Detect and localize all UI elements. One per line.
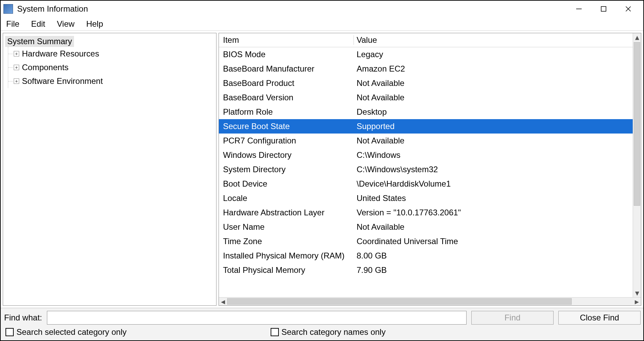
- cell-item: BaseBoard Product: [219, 78, 354, 88]
- list-row[interactable]: System DirectoryC:\Windows\system32: [219, 162, 633, 177]
- tree-item-label: Hardware Resources: [22, 49, 99, 59]
- scroll-left-icon[interactable]: ◂: [219, 298, 227, 305]
- list-area: Item Value BIOS ModeLegacyBaseBoard Manu…: [219, 33, 641, 297]
- list-rows: BIOS ModeLegacyBaseBoard ManufacturerAma…: [219, 47, 633, 277]
- menu-view[interactable]: View: [54, 18, 77, 30]
- tree-item-label: Software Environment: [22, 76, 103, 86]
- cell-value: C:\Windows\system32: [354, 165, 633, 174]
- cell-item: Platform Role: [219, 107, 354, 117]
- app-window: System Information File Edit View Help S…: [0, 0, 644, 341]
- cell-value: Legacy: [354, 50, 633, 59]
- tree-item-software-environment[interactable]: + Software Environment: [8, 74, 214, 88]
- find-label: Find what:: [3, 313, 42, 323]
- cell-item: Hardware Abstraction Layer: [219, 208, 354, 217]
- list-row[interactable]: PCR7 ConfigurationNot Available: [219, 134, 633, 148]
- tree: System Summary + Hardware Resources + Co…: [3, 33, 216, 91]
- maximize-button[interactable]: [591, 1, 616, 17]
- titlebar: System Information: [1, 1, 643, 17]
- tree-item-components[interactable]: + Components: [8, 61, 214, 74]
- list-row[interactable]: BaseBoard ManufacturerAmazon EC2: [219, 62, 633, 76]
- horizontal-scrollbar[interactable]: ◂ ▸: [219, 297, 641, 305]
- cell-value: Not Available: [354, 93, 633, 102]
- cell-value: C:\Windows: [354, 150, 633, 160]
- cell-value: Version = "10.0.17763.2061": [354, 208, 633, 217]
- list-row[interactable]: LocaleUnited States: [219, 191, 633, 205]
- cell-value: Coordinated Universal Time: [354, 237, 633, 246]
- cell-item: Total Physical Memory: [219, 265, 354, 275]
- cell-item: System Directory: [219, 165, 354, 174]
- cell-item: User Name: [219, 222, 354, 232]
- menu-edit[interactable]: Edit: [28, 18, 48, 30]
- list-row[interactable]: Platform RoleDesktop: [219, 105, 633, 119]
- list-header: Item Value: [219, 33, 633, 47]
- list-row[interactable]: Secure Boot StateSupported: [219, 119, 633, 134]
- tree-pane: System Summary + Hardware Resources + Co…: [3, 33, 216, 306]
- cell-item: PCR7 Configuration: [219, 136, 354, 146]
- cell-value: United States: [354, 193, 633, 203]
- scroll-up-icon[interactable]: ▴: [633, 33, 641, 41]
- tree-root-system-summary[interactable]: System Summary: [5, 36, 74, 47]
- tree-children: + Hardware Resources + Components + Soft…: [8, 47, 214, 88]
- cell-value: Not Available: [354, 222, 633, 232]
- vertical-scroll-thumb[interactable]: [634, 42, 640, 206]
- content-area: System Summary + Hardware Resources + Co…: [1, 31, 643, 308]
- cell-value: Amazon EC2: [354, 64, 633, 74]
- horizontal-scroll-thumb[interactable]: [227, 298, 572, 305]
- list-row[interactable]: Installed Physical Memory (RAM)8.00 GB: [219, 249, 633, 263]
- column-header-value[interactable]: Value: [354, 35, 633, 45]
- tree-item-label: Components: [22, 63, 69, 72]
- list-pane: Item Value BIOS ModeLegacyBaseBoard Manu…: [219, 33, 641, 306]
- cell-value: Not Available: [354, 78, 633, 88]
- find-bar: Find what: Find Close Find Search select…: [1, 308, 643, 340]
- list-row[interactable]: Boot Device\Device\HarddiskVolume1: [219, 177, 633, 191]
- cell-value: \Device\HarddiskVolume1: [354, 179, 633, 189]
- minimize-button[interactable]: [567, 1, 591, 17]
- close-button[interactable]: [616, 1, 641, 17]
- svg-rect-1: [601, 7, 606, 11]
- expand-icon[interactable]: +: [14, 65, 19, 70]
- cell-value: Desktop: [354, 107, 633, 117]
- cell-item: BIOS Mode: [219, 50, 354, 59]
- menu-file[interactable]: File: [3, 18, 22, 30]
- tree-item-hardware-resources[interactable]: + Hardware Resources: [8, 47, 214, 61]
- minimize-icon: [575, 5, 582, 12]
- scroll-right-icon[interactable]: ▸: [633, 298, 641, 305]
- checkbox-label: Search selected category only: [16, 327, 127, 337]
- cell-value: Not Available: [354, 136, 633, 146]
- find-button[interactable]: Find: [471, 311, 554, 325]
- checkbox-label: Search category names only: [282, 327, 386, 337]
- list-row[interactable]: Total Physical Memory7.90 GB: [219, 263, 633, 277]
- cell-item: BaseBoard Manufacturer: [219, 64, 354, 74]
- cell-item: Locale: [219, 193, 354, 203]
- list-row[interactable]: Hardware Abstraction LayerVersion = "10.…: [219, 205, 633, 220]
- cell-item: Boot Device: [219, 179, 354, 189]
- maximize-icon: [600, 6, 607, 12]
- expand-icon[interactable]: +: [14, 51, 19, 56]
- menubar: File Edit View Help: [1, 17, 643, 31]
- list-row[interactable]: Time ZoneCoordinated Universal Time: [219, 234, 633, 249]
- list-row[interactable]: BIOS ModeLegacy: [219, 47, 633, 62]
- list-row[interactable]: Windows DirectoryC:\Windows: [219, 148, 633, 162]
- menu-help[interactable]: Help: [84, 18, 106, 30]
- expand-icon[interactable]: +: [14, 78, 19, 84]
- list-body: Item Value BIOS ModeLegacyBaseBoard Manu…: [219, 33, 633, 297]
- list-row[interactable]: BaseBoard ProductNot Available: [219, 76, 633, 90]
- cell-value: 7.90 GB: [354, 265, 633, 275]
- find-input[interactable]: [47, 311, 467, 325]
- cell-item: BaseBoard Version: [219, 93, 354, 102]
- cell-item: Time Zone: [219, 237, 354, 246]
- column-header-item[interactable]: Item: [219, 35, 354, 45]
- list-row[interactable]: User NameNot Available: [219, 220, 633, 234]
- close-find-button[interactable]: Close Find: [558, 311, 641, 325]
- cell-item: Windows Directory: [219, 150, 354, 160]
- list-row[interactable]: BaseBoard VersionNot Available: [219, 90, 633, 105]
- window-title: System Information: [17, 4, 88, 14]
- checkbox-icon: [271, 328, 279, 336]
- checkbox-icon: [5, 328, 14, 336]
- scroll-down-icon[interactable]: ▾: [633, 289, 641, 297]
- cell-item: Installed Physical Memory (RAM): [219, 251, 354, 261]
- app-icon: [3, 4, 13, 14]
- vertical-scrollbar[interactable]: ▴ ▾: [633, 33, 641, 297]
- checkbox-search-selected[interactable]: Search selected category only: [5, 327, 127, 337]
- checkbox-search-names[interactable]: Search category names only: [271, 327, 386, 337]
